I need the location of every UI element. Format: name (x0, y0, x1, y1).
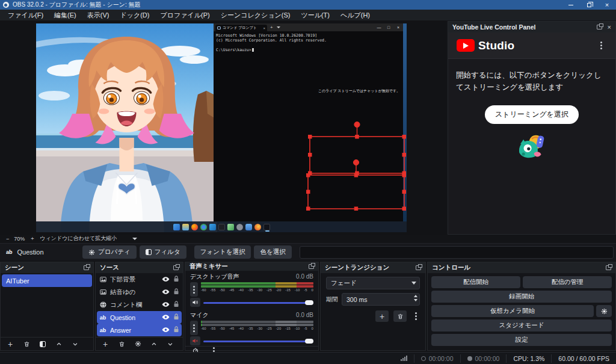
source-selection-overlay[interactable] (36, 23, 407, 232)
zoom-dropdown-icon[interactable] (132, 238, 137, 240)
visibility-eye-icon[interactable] (162, 327, 170, 334)
remove-scene-button[interactable] (22, 340, 31, 348)
start-streaming-button[interactable]: 配信開始 (431, 276, 520, 288)
lock-icon[interactable] (173, 288, 179, 296)
youtube-panel-header: YouTube Live Control Panel × (448, 22, 615, 32)
source-row[interactable]: コメント欄 (96, 298, 183, 311)
youtube-play-icon (457, 39, 475, 52)
text-content-input[interactable] (300, 246, 614, 259)
sources-panel: ソース 下部背景 結音ゆの (95, 262, 183, 351)
menu-docks[interactable]: ドック(D) (114, 10, 155, 20)
move-scene-up-button[interactable] (55, 340, 63, 348)
popout-dock-icon[interactable] (309, 264, 314, 269)
add-scene-button[interactable]: + (6, 340, 14, 348)
zoom-out-button[interactable]: − (6, 236, 9, 242)
source-row-selected[interactable]: ab Question (97, 311, 182, 324)
cpu-usage: CPU: 1.3% (506, 354, 551, 363)
kebab-menu-icon[interactable] (595, 40, 607, 52)
remove-transition-button[interactable] (393, 310, 407, 322)
scenes-panel-header: シーン (1, 262, 93, 273)
menu-edit[interactable]: 編集(E) (49, 10, 82, 20)
preview-canvas[interactable]: コマンド プロンプト × + — □ × Microsoft Windows [… (36, 23, 407, 232)
add-transition-button[interactable]: + (375, 310, 389, 322)
source-row[interactable]: 下部背景 (96, 273, 183, 286)
image-source-icon (99, 277, 106, 282)
source-context-toolbar: ab Question プロパティ フィルタ フォントを選択 色を選択 (0, 243, 616, 261)
channel-menu-button[interactable] (190, 321, 198, 335)
youtube-brand-row: Studio (448, 32, 615, 59)
menu-help[interactable]: ヘルプ(H) (335, 10, 375, 20)
stream-timer: 00:00:00 (414, 354, 460, 363)
properties-button[interactable]: プロパティ (82, 245, 137, 259)
minimize-button[interactable] (562, 0, 580, 10)
mixer-panel-header: 音声ミキサー (185, 262, 318, 271)
channel-menu-button[interactable] (190, 282, 198, 297)
duration-label: 期間 (326, 295, 338, 304)
volume-meter-muted: -60-55-50-45-40-35-30-25-20-15-10-50 (201, 321, 313, 335)
visibility-eye-icon[interactable] (162, 301, 170, 309)
studio-mode-button[interactable]: スタジオモード (431, 319, 612, 332)
popout-dock-icon[interactable] (84, 265, 89, 270)
select-color-button[interactable]: 色を選択 (254, 245, 291, 259)
move-scene-down-button[interactable] (71, 340, 79, 348)
start-virtual-camera-button[interactable]: 仮想カメラ開始 (431, 305, 594, 317)
zoom-in-button[interactable]: ＋ (29, 235, 35, 242)
volume-slider[interactable] (203, 339, 313, 344)
filters-button[interactable]: フィルタ (140, 245, 186, 259)
menu-tools[interactable]: ツール(T) (295, 10, 335, 20)
youtube-studio-wordmark: Studio (478, 39, 514, 52)
signal-bars-icon (401, 356, 407, 361)
source-row[interactable]: 結音ゆの (96, 286, 183, 298)
fit-to-window-label[interactable]: ウィンドウに合わせて拡大縮小 (40, 235, 117, 242)
visibility-eye-icon[interactable] (162, 276, 170, 283)
popout-dock-icon[interactable] (173, 265, 179, 270)
menu-scene-collection[interactable]: シーンコレクション(S) (215, 10, 296, 20)
volume-slider-handle[interactable] (305, 300, 313, 305)
lock-icon[interactable] (173, 313, 179, 321)
virtual-camera-settings-button[interactable] (596, 305, 612, 317)
volume-slider[interactable] (203, 300, 313, 305)
source-row-selected[interactable]: ab Answer (97, 324, 182, 336)
add-source-button[interactable]: + (101, 340, 109, 348)
menu-file[interactable]: ファイル(F) (2, 10, 49, 20)
duration-input[interactable]: 300 ms (342, 293, 420, 306)
visibility-eye-icon[interactable] (162, 314, 170, 321)
scene-filters-button[interactable] (38, 340, 47, 348)
scene-item[interactable]: AITuber (2, 274, 92, 287)
popout-dock-icon[interactable] (416, 265, 421, 270)
remove-source-button[interactable] (117, 340, 126, 348)
restore-button[interactable] (580, 0, 598, 10)
fps-indicator: 60.00 / 60.00 FPS (551, 354, 616, 363)
move-source-up-button[interactable] (150, 340, 158, 348)
settings-button[interactable]: 設定 (431, 334, 612, 346)
menu-view[interactable]: 表示(V) (82, 10, 115, 20)
close-button[interactable]: × (598, 0, 616, 10)
lock-icon[interactable] (173, 276, 179, 283)
manage-broadcast-button[interactable]: 配信の管理 (523, 276, 612, 288)
mute-button[interactable] (190, 298, 200, 307)
transition-menu-button[interactable] (411, 312, 420, 321)
muted-speaker-button[interactable] (190, 336, 200, 345)
popout-dock-icon[interactable] (606, 265, 611, 270)
select-stream-button[interactable]: ストリーミングを選択 (485, 105, 579, 124)
lock-icon[interactable] (173, 326, 179, 334)
spin-up-icon[interactable] (414, 295, 417, 297)
mixer-channel-desktop-audio: デスクトップ音声 0.0 dB -60-55-50-45-40-35-30-25… (185, 271, 318, 307)
controls-panel: コントロール 配信開始 配信の管理 録画開始 仮想カメラ開始 (427, 262, 616, 351)
transition-select[interactable]: フェード (326, 277, 420, 289)
image-source-icon (99, 289, 106, 295)
spin-down-icon[interactable] (414, 299, 417, 301)
source-properties-button[interactable] (134, 340, 142, 348)
youtube-mascot-illustration (448, 132, 615, 160)
window-titlebar: OBS 32.0.2 - プロファイル: 無題 - シーン: 無題 × (0, 0, 616, 10)
menu-profile[interactable]: プロファイル(P) (155, 10, 215, 20)
channel-name: マイク (190, 311, 209, 319)
start-recording-button[interactable]: 録画開始 (431, 291, 612, 303)
close-dock-icon[interactable]: × (608, 24, 611, 31)
visibility-eye-icon[interactable] (162, 289, 170, 296)
popout-dock-icon[interactable] (597, 25, 602, 29)
lock-icon[interactable] (173, 301, 179, 309)
volume-slider-handle[interactable] (305, 339, 313, 344)
move-source-down-button[interactable] (166, 340, 174, 348)
select-font-button[interactable]: フォントを選択 (194, 245, 251, 259)
